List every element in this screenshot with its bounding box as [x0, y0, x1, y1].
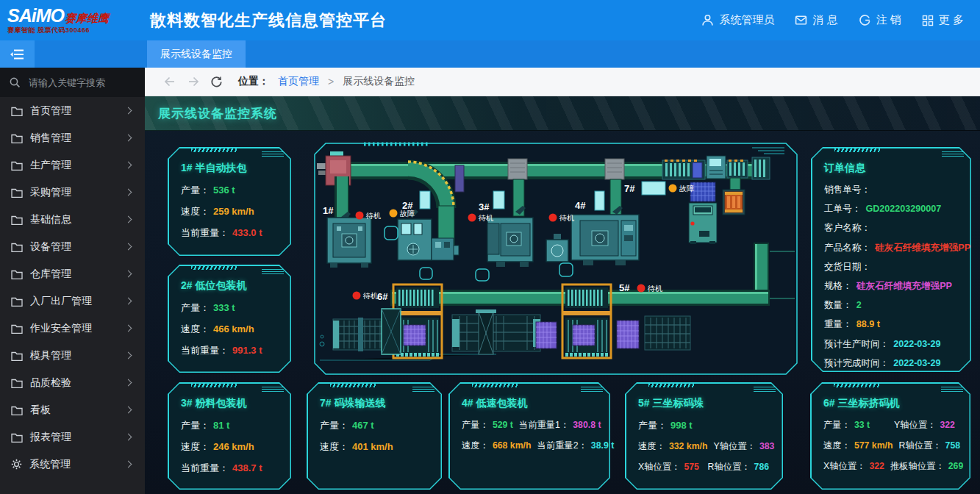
diverter-box [707, 156, 726, 179]
metric-value: 33 t [854, 420, 870, 430]
chevron-right-icon [125, 216, 132, 223]
sidebar-item-label: 设备管理 [30, 240, 71, 254]
status-dot [549, 214, 557, 222]
chevron-right-icon [125, 298, 132, 305]
sidebar-item-采购管理[interactable]: 采购管理 [0, 179, 145, 206]
folder-icon [11, 296, 23, 307]
more-button[interactable]: 更 多 [922, 13, 964, 27]
metric-label: X轴位置： [823, 460, 865, 473]
folder-icon [11, 269, 23, 279]
status-badge: 故障 [679, 185, 694, 193]
chevron-right-icon [125, 243, 132, 251]
metric-value: 38.9 t [591, 440, 614, 451]
header-actions: 系统管理员 消 息 注 销 更 多 [701, 13, 964, 27]
metric-value: 991.3 t [232, 345, 262, 356]
status-badge: 待机 [362, 292, 378, 300]
order-field-label: 产品名称： [824, 242, 870, 254]
order-field-value: 硅灰石纤维填充增强PP [875, 242, 970, 254]
search-input[interactable] [27, 76, 136, 89]
sidebar-item-label: 作业安全管理 [30, 322, 92, 335]
sidebar-item-label: 入厂出厂管理 [30, 295, 92, 308]
tab-device-monitor[interactable]: 展示线设备监控 [147, 40, 246, 68]
sidebar-item-label: 首页管理 [30, 104, 71, 118]
metric-value: 380.8 t [573, 420, 601, 430]
sidebar-item-设备管理[interactable]: 设备管理 [0, 233, 145, 260]
metric-label: 推板轴位置： [890, 460, 945, 473]
transfer-frame [382, 309, 401, 354]
sidebar-item-label: 系统管理 [29, 458, 71, 471]
order-field-value: 2022-03-29 [893, 339, 940, 349]
station-label: 1# [323, 205, 334, 216]
metric-label: 产量： [181, 184, 210, 197]
panel-title: 6# 三坐标挤码机 [823, 397, 959, 410]
order-field-value: 88.9 t [856, 319, 880, 329]
metric-label: Y轴位置： [714, 440, 756, 453]
sidebar-collapse-button[interactable] [0, 40, 35, 68]
page-title: 展示线设备监控系统 [145, 96, 980, 131]
roller-line-right [645, 316, 690, 350]
metric-label: 当前重量： [181, 462, 229, 475]
sidebar-item-生产管理[interactable]: 生产管理 [0, 151, 145, 179]
metric-label: 速度： [181, 440, 210, 454]
sidebar-item-系统管理[interactable]: 系统管理 [0, 451, 145, 478]
metric-label: 当前重量： [181, 226, 229, 240]
production-line-diagram: 1#待机2#故障3#待机4#待机7#故障5#待机6#待机 [312, 141, 799, 376]
sidebar-item-首页管理[interactable]: 首页管理 [0, 97, 145, 124]
sidebar-item-入厂出厂管理[interactable]: 入厂出厂管理 [0, 287, 145, 315]
logout-button[interactable]: 注 销 [859, 13, 901, 27]
arrow-right-icon[interactable] [186, 74, 201, 89]
sidebar-item-仓库管理[interactable]: 仓库管理 [0, 260, 145, 287]
sidebar-item-作业安全管理[interactable]: 作业安全管理 [0, 315, 145, 342]
app-header: SAiMO 赛摩维鹰 赛摩智能 股票代码300466 散料数智化生产线信息管控平… [0, 0, 980, 40]
metric-value: 81 t [213, 420, 229, 431]
person-icon [701, 14, 714, 26]
palletizer-gantry-2 [562, 284, 611, 358]
panel-1#: 1# 半自动扶包产量：536 t速度：259 km/h当前重量：433.0 t [168, 147, 291, 256]
metric-label: 速度： [181, 205, 210, 218]
sidebar-item-销售管理[interactable]: 销售管理 [0, 124, 145, 151]
breadcrumb-root-link[interactable]: 首页管理 [278, 75, 319, 88]
roller-section-b [727, 160, 748, 178]
metric-value: 383 [759, 441, 775, 451]
order-panel-title: 订单信息 [824, 162, 959, 175]
panel-title: 2# 低位包装机 [181, 279, 279, 293]
order-field-label: 数量： [824, 299, 852, 312]
metric-value: 322 [940, 420, 955, 430]
metric-label: R轴位置： [708, 461, 751, 473]
folder-icon [11, 106, 23, 116]
sidebar-item-label: 报表管理 [30, 431, 71, 444]
sidebar-item-基础信息[interactable]: 基础信息 [0, 206, 145, 233]
metric-value: 467 t [352, 420, 374, 431]
folder-icon [11, 378, 23, 388]
metric-label: 产量： [462, 419, 489, 432]
metric-label: 产量： [638, 419, 667, 432]
sidebar-item-模具管理[interactable]: 模具管理 [0, 342, 145, 369]
status-badge: 故障 [399, 210, 415, 218]
brand-logo-text: SAiMO [7, 7, 64, 25]
metric-value: 536 t [213, 185, 235, 196]
metric-label: 产量： [320, 419, 348, 432]
factory-floor-svg: 1#待机2#故障3#待机4#待机7#故障5#待机6#待机 [312, 141, 799, 376]
metric-value: 401 km/h [352, 441, 393, 452]
sidebar-item-报表管理[interactable]: 报表管理 [0, 423, 145, 451]
status-dot [669, 185, 677, 193]
messages-button[interactable]: 消 息 [795, 13, 837, 27]
status-badge: 待机 [478, 214, 493, 222]
arrow-left-icon[interactable] [162, 74, 177, 89]
order-field-label: 预计生产时间： [824, 338, 889, 351]
user-menu[interactable]: 系统管理员 [701, 13, 774, 27]
sidebar-item-品质检验[interactable]: 品质检验 [0, 369, 145, 396]
brand-logo[interactable]: SAiMO 赛摩维鹰 赛摩智能 股票代码300466 [7, 7, 147, 34]
brand-tagline: 赛摩智能 股票代码300466 [7, 27, 147, 34]
messages-label: 消 息 [812, 13, 837, 27]
search-icon [9, 76, 21, 88]
logout-label: 注 销 [876, 13, 901, 27]
chevron-right-icon [125, 352, 132, 359]
chevron-right-icon [125, 271, 132, 278]
status-dot [356, 212, 364, 220]
sidebar-item-label: 品质检验 [30, 376, 71, 390]
metric-label: 速度： [181, 323, 210, 336]
refresh-icon[interactable] [210, 75, 223, 89]
sidebar-item-看板[interactable]: 看板 [0, 396, 145, 423]
metric-label: 速度： [823, 440, 851, 452]
